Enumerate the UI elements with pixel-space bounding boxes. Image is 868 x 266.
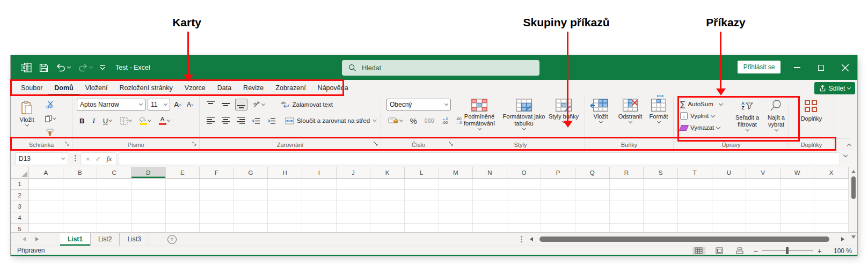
paste-button[interactable]: Vložit	[14, 98, 40, 141]
cell-O5[interactable]	[507, 224, 542, 232]
cell-C5[interactable]	[97, 224, 132, 232]
percent-style-button[interactable]: %	[409, 115, 419, 127]
align-right-button[interactable]	[235, 115, 246, 127]
tab-napoveda[interactable]: Nápověda	[312, 80, 354, 95]
cell-O1[interactable]	[507, 179, 542, 190]
normal-view-button[interactable]	[692, 247, 705, 255]
cell-A5[interactable]	[29, 224, 63, 232]
cell-L3[interactable]	[405, 201, 439, 212]
cell-K2[interactable]	[370, 190, 405, 201]
hscroll-left-icon[interactable]	[530, 237, 533, 241]
paste-dropdown-icon[interactable]	[25, 123, 28, 127]
cell-P1[interactable]	[541, 179, 575, 190]
row-header-2[interactable]: 2	[11, 190, 29, 201]
cell-Q3[interactable]	[575, 201, 610, 212]
column-header-V[interactable]: V	[746, 167, 781, 178]
cell-K5[interactable]	[370, 224, 405, 232]
underline-button[interactable]: U	[101, 115, 113, 127]
cell-U4[interactable]	[712, 212, 747, 224]
cell-R3[interactable]	[610, 201, 644, 212]
dialog-launcher-icon[interactable]	[449, 142, 454, 146]
cell-F5[interactable]	[200, 224, 234, 232]
comma-style-button[interactable]: 000	[423, 115, 436, 127]
sheet-tab-list1[interactable]: List1	[60, 233, 91, 246]
fill-button[interactable]: ↓ Vyplnit	[680, 110, 714, 122]
merge-center-button[interactable]: Sloučit a zarovnat na střed	[283, 115, 378, 127]
font-size-combo[interactable]: 11	[148, 99, 170, 110]
zoom-in-button[interactable]: +	[818, 247, 822, 255]
cell-D1[interactable]	[132, 179, 166, 190]
align-middle-button[interactable]	[220, 99, 231, 110]
align-center-button[interactable]	[220, 115, 231, 127]
cell-I1[interactable]	[302, 179, 337, 190]
minimize-button[interactable]	[785, 55, 809, 80]
cell-X4[interactable]	[814, 212, 849, 224]
cell-T2[interactable]	[678, 190, 712, 201]
tab-domu[interactable]: Domů	[48, 80, 79, 95]
cell-V1[interactable]	[746, 179, 781, 190]
align-top-button[interactable]	[205, 99, 216, 110]
cut-button[interactable]	[43, 99, 57, 110]
formula-input[interactable]	[119, 152, 840, 165]
customize-qat-button[interactable]	[97, 63, 108, 73]
cell-W1[interactable]	[781, 179, 815, 190]
cell-C3[interactable]	[97, 201, 132, 212]
tabbar-resize-handle[interactable]	[521, 236, 522, 242]
cell-B2[interactable]	[63, 190, 98, 201]
cell-N1[interactable]	[473, 179, 507, 190]
tab-vlozeni[interactable]: Vložení	[79, 80, 114, 95]
sheet-tab-list2[interactable]: List2	[91, 233, 120, 246]
column-header-T[interactable]: T	[678, 167, 712, 178]
cell-U3[interactable]	[712, 201, 747, 212]
cell-S2[interactable]	[644, 190, 678, 201]
share-dropdown-icon[interactable]	[847, 85, 851, 89]
column-header-X[interactable]: X	[814, 167, 849, 178]
zoom-out-button[interactable]: −	[754, 247, 758, 255]
cell-N3[interactable]	[473, 201, 507, 212]
column-header-U[interactable]: U	[712, 167, 747, 178]
cell-G4[interactable]	[234, 212, 268, 224]
column-header-H[interactable]: H	[268, 167, 302, 178]
cell-E3[interactable]	[166, 201, 200, 212]
cell-F4[interactable]	[200, 212, 234, 224]
row-header-5[interactable]: 5	[11, 224, 29, 232]
previous-sheet-icon[interactable]	[23, 237, 26, 241]
cell-D2[interactable]	[132, 190, 166, 201]
row-header-3[interactable]: 3	[11, 201, 29, 212]
cell-B3[interactable]	[63, 201, 98, 212]
decrease-indent-button[interactable]	[250, 115, 262, 127]
cell-M2[interactable]	[439, 190, 473, 201]
cell-L4[interactable]	[405, 212, 439, 224]
save-button[interactable]	[37, 61, 51, 75]
delete-cells-button[interactable]: Odstranit	[615, 95, 645, 138]
cell-B4[interactable]	[63, 212, 98, 224]
cell-F2[interactable]	[200, 190, 234, 201]
cell-E2[interactable]	[166, 190, 200, 201]
column-header-S[interactable]: S	[644, 167, 678, 178]
column-header-J[interactable]: J	[337, 167, 371, 178]
cell-H4[interactable]	[268, 212, 302, 224]
cell-K4[interactable]	[370, 212, 405, 224]
cell-I3[interactable]	[302, 201, 337, 212]
cell-P5[interactable]	[541, 224, 575, 232]
cell-R2[interactable]	[610, 190, 644, 201]
cell-L1[interactable]	[405, 179, 439, 190]
tab-zobrazeni[interactable]: Zobrazení	[269, 80, 311, 95]
italic-button[interactable]: I	[91, 115, 96, 127]
column-header-R[interactable]: R	[610, 167, 644, 178]
undo-button[interactable]	[53, 61, 73, 74]
next-sheet-icon[interactable]	[35, 237, 39, 241]
cell-L2[interactable]	[405, 190, 439, 201]
increase-font-button[interactable]: A˄	[172, 99, 183, 110]
share-button[interactable]: Sdílet	[814, 82, 855, 94]
cell-Q2[interactable]	[575, 190, 610, 201]
accounting-format-button[interactable]	[386, 115, 404, 127]
cell-K1[interactable]	[370, 179, 405, 190]
cell-A4[interactable]	[29, 212, 63, 224]
cell-U2[interactable]	[712, 190, 747, 201]
cell-M1[interactable]	[439, 179, 473, 190]
increase-decimal-button[interactable]: ←0.00	[440, 115, 450, 127]
cell-S4[interactable]	[644, 212, 678, 224]
cell-M4[interactable]	[439, 212, 473, 224]
cell-T3[interactable]	[678, 201, 712, 212]
